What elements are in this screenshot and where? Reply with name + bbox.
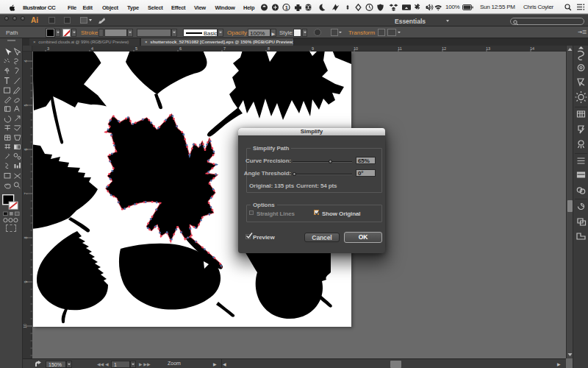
svg-text:1: 1 (285, 4, 288, 10)
